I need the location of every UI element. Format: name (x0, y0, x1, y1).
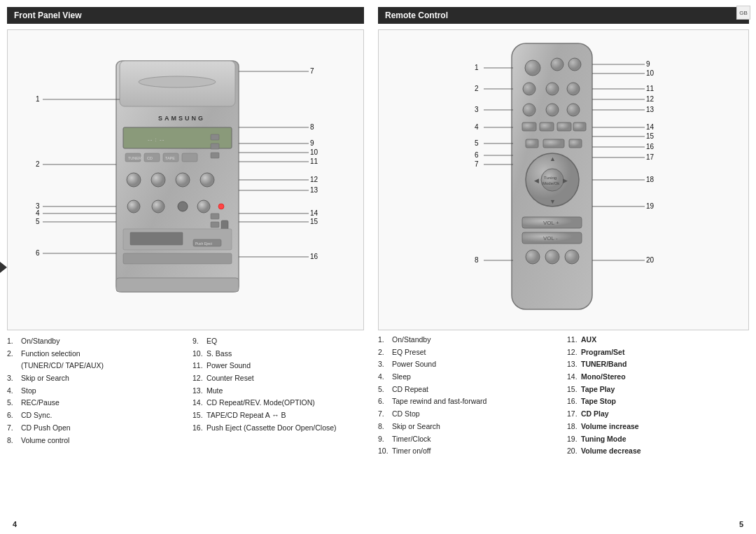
svg-text:VOL -: VOL - (543, 235, 558, 241)
desc-item-11: 11. Power Sound (192, 360, 364, 371)
desc-item-3: 3. Skip or Search (7, 373, 178, 384)
remote-desc-item-7: 7. CD Stop (378, 409, 560, 419)
svg-text:7: 7 (475, 160, 479, 168)
remote-control-diagram: ▲ ▼ ◀ ▶ Tuning Mode/Ok VOL + VOL - (378, 29, 749, 330)
remote-descriptions: 1. On/Standby 2. EQ Preset 3. Power Soun… (378, 335, 749, 458)
svg-point-73 (523, 104, 536, 116)
remote-svg: ▲ ▼ ◀ ▶ Tuning Mode/Ok VOL + VOL - (379, 33, 748, 327)
remote-desc-item-1: 1. On/Standby (378, 335, 560, 345)
svg-point-68 (551, 58, 564, 71)
svg-text:▼: ▼ (550, 198, 556, 205)
svg-text:Tuning: Tuning (544, 176, 556, 180)
svg-rect-9 (182, 153, 197, 162)
svg-point-13 (127, 173, 141, 187)
svg-text:▲: ▲ (550, 155, 556, 162)
svg-text:11: 11 (646, 85, 654, 92)
svg-text:20: 20 (646, 256, 654, 264)
remote-desc-col2: 11. AUX 12. Program/Set 13. TUNER/Band 1… (567, 335, 749, 458)
svg-text:14: 14 (646, 123, 654, 131)
svg-text:Mode/Ok: Mode/Ok (542, 181, 560, 185)
desc-item-12: 12. Counter Reset (192, 373, 364, 384)
remote-desc-item-2: 2. EQ Preset (378, 347, 560, 358)
svg-text:5: 5 (475, 139, 479, 147)
desc-item-16: 16. Push Eject (Cassette Door Open/Close… (192, 423, 364, 433)
remote-desc-item-19: 19. Tuning Mode (567, 434, 749, 444)
svg-text:TUNER: TUNER (128, 156, 141, 160)
remote-desc-item-20: 20. Volume decrease (567, 446, 749, 456)
svg-text:1: 1 (36, 95, 40, 103)
svg-rect-25 (211, 213, 219, 219)
desc-item-2-indent: (TUNER/CD/ TAPE/AUX) (7, 360, 178, 371)
svg-text:16: 16 (646, 143, 654, 150)
svg-text:10: 10 (646, 69, 654, 77)
desc-item-15: 15. TAPE/CD Repeat A ↔ B (192, 410, 364, 421)
svg-point-16 (200, 173, 214, 187)
remote-desc-item-6: 6. Tape rewind and fast-forward (378, 396, 560, 407)
svg-text:15: 15 (646, 132, 654, 140)
svg-text:13: 13 (646, 106, 654, 113)
desc-item-8: 8. Volume control (7, 435, 178, 446)
gb-badge: GB (736, 6, 750, 20)
svg-text:9: 9 (310, 139, 314, 147)
svg-point-72 (567, 83, 580, 95)
remote-desc-item-12: 12. Program/Set (567, 347, 749, 358)
svg-text:18: 18 (646, 176, 654, 183)
svg-text:3: 3 (475, 106, 479, 113)
svg-point-15 (176, 173, 190, 187)
desc-item-1: 1. On/Standby (7, 336, 178, 346)
desc-item-9: 9. EQ (192, 336, 364, 346)
remote-desc-item-13: 13. TUNER/Band (567, 359, 749, 370)
svg-rect-19 (211, 153, 219, 158)
remote-desc-item-4: 4. Sleep (378, 372, 560, 382)
svg-text:1: 1 (475, 64, 479, 71)
svg-point-67 (525, 60, 540, 76)
remote-desc-item-9: 9. Timer/Clock (378, 434, 560, 444)
svg-text:7: 7 (310, 67, 314, 75)
svg-point-74 (546, 104, 559, 116)
svg-text:6: 6 (475, 151, 479, 159)
remote-desc-item-3: 3. Power Sound (378, 359, 560, 370)
svg-point-21 (152, 200, 164, 213)
svg-rect-77 (540, 122, 554, 131)
front-panel-descriptions: 1. On/Standby 2. Function selection (TUN… (7, 336, 364, 447)
remote-desc-item-11: 11. AUX (567, 335, 749, 345)
svg-point-24 (218, 204, 224, 209)
svg-rect-78 (557, 122, 571, 131)
svg-point-71 (546, 83, 559, 95)
svg-text:8: 8 (475, 256, 479, 264)
remote-desc-item-14: 14. Mono/Stereo (567, 372, 749, 382)
desc-item-2: 2. Function selection (7, 349, 178, 359)
page-container: Front Panel View (0, 0, 756, 534)
remote-desc-item-17: 17. CD Play (567, 409, 749, 419)
svg-rect-17 (211, 134, 219, 140)
svg-text:CD: CD (147, 156, 153, 160)
svg-text:9: 9 (646, 60, 650, 68)
svg-point-70 (523, 83, 536, 95)
svg-text:8: 8 (310, 123, 314, 131)
svg-text:10: 10 (310, 148, 318, 156)
front-panel-desc-col2: 9. EQ 10. S. Bass 11. Power Sound 12. Co… (192, 336, 364, 447)
page-number-right: 5 (739, 520, 743, 528)
desc-item-5: 5. REC/Pause (7, 398, 178, 408)
desc-item-6: 6. CD Sync. (7, 410, 178, 421)
svg-rect-33 (116, 278, 239, 292)
remote-desc-item-10: 10. Timer on/off (378, 446, 560, 456)
front-panel-section: Front Panel View (0, 0, 371, 534)
svg-rect-29 (130, 232, 183, 245)
svg-rect-79 (573, 122, 586, 131)
svg-text:Push Eject: Push Eject (195, 241, 213, 246)
svg-rect-26 (211, 222, 219, 227)
svg-text:-- : --: -- : -- (148, 136, 164, 143)
remote-control-section: GB Remote Control (371, 0, 756, 534)
svg-text:4: 4 (475, 123, 479, 131)
svg-text:13: 13 (310, 186, 318, 194)
remote-desc-col1: 1. On/Standby 2. EQ Preset 3. Power Soun… (378, 335, 560, 458)
front-panel-desc-col1: 1. On/Standby 2. Function selection (TUN… (7, 336, 178, 447)
desc-item-4: 4. Stop (7, 386, 178, 396)
svg-text:▶: ▶ (563, 177, 568, 184)
svg-text:SAMSUNG: SAMSUNG (158, 115, 205, 122)
svg-point-96 (545, 250, 559, 264)
svg-point-97 (565, 250, 579, 264)
svg-text:2: 2 (36, 160, 40, 168)
svg-rect-80 (526, 139, 538, 148)
